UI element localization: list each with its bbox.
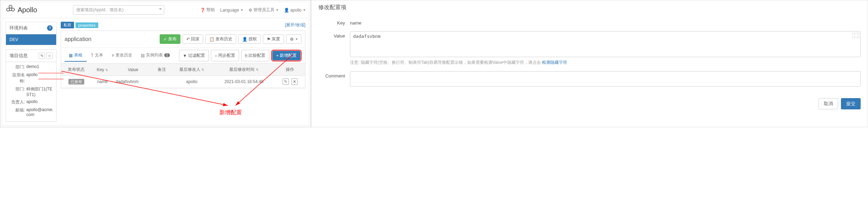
rollback-button[interactable]: ↶回滚 bbox=[183, 34, 203, 44]
modal-title: 修改配置项 bbox=[318, 4, 861, 11]
info-icon[interactable]: ? bbox=[47, 25, 53, 31]
question-icon: ❓ bbox=[200, 8, 205, 13]
list-icon: ≡ bbox=[112, 53, 114, 58]
project-info-panel: 项目信息 ✎ ☆ 部门:demo1 应用名称:apollo 部门:样例部门1(T… bbox=[6, 49, 57, 122]
gear-icon: ⚙ bbox=[249, 8, 252, 13]
sort-icon: ⇅ bbox=[256, 68, 259, 72]
logo-text: Apollo bbox=[18, 6, 37, 14]
tab-instances[interactable]: ▤实例列表1 bbox=[137, 49, 174, 62]
apollo-logo-icon bbox=[6, 4, 15, 16]
highlight-annotation: +新增配置 bbox=[271, 50, 302, 61]
compare-button[interactable]: ⎘比较配置 bbox=[241, 50, 269, 61]
badge-private: 私有 bbox=[61, 22, 74, 28]
config-table: 发布状态 Key ⇅ Value 备注 最后修改人 ⇅ 最后修改时间 ⇅ 操作 bbox=[61, 64, 305, 88]
server-icon: ▤ bbox=[141, 53, 145, 58]
logo[interactable]: Apollo bbox=[6, 4, 37, 16]
gray-button[interactable]: ⚑灰度 bbox=[263, 34, 284, 44]
plus-icon: + bbox=[276, 53, 279, 58]
value-label: Value bbox=[318, 31, 350, 39]
undo-icon: ↶ bbox=[186, 37, 190, 42]
col-ops: 操作 bbox=[275, 64, 305, 76]
project-info-title: 项目信息 bbox=[9, 53, 28, 59]
delete-row-icon[interactable]: ✕ bbox=[291, 79, 298, 85]
comment-textarea[interactable] bbox=[350, 71, 861, 87]
user-icon: 👤 bbox=[284, 8, 289, 13]
filter-icon: ▼ bbox=[183, 53, 187, 58]
user-menu[interactable]: 👤apollo bbox=[284, 8, 305, 13]
sync-button[interactable]: ○同步配置 bbox=[211, 50, 239, 61]
settings-button[interactable]: ⚙ bbox=[286, 34, 302, 44]
filter-button[interactable]: ▼过滤配置 bbox=[179, 50, 209, 61]
history-button[interactable]: 📋发布历史 bbox=[205, 34, 236, 44]
sync-icon: ○ bbox=[215, 53, 217, 58]
badge-properties: properties bbox=[75, 22, 98, 28]
tab-text[interactable]: T文本 bbox=[87, 49, 107, 62]
chevron-down-icon bbox=[159, 8, 162, 10]
chevron-down-icon bbox=[241, 9, 243, 11]
chevron-down-icon bbox=[276, 9, 278, 11]
search-input[interactable]: 搜索项目(AppId、项目名) bbox=[73, 5, 164, 15]
history-icon: 📋 bbox=[209, 37, 214, 42]
star-icon[interactable]: ☆ bbox=[46, 53, 53, 59]
language-menu[interactable]: Language bbox=[220, 8, 243, 13]
expand-icon[interactable]: ⛶ bbox=[853, 33, 859, 38]
comment-label: Comment bbox=[318, 71, 350, 79]
table-row: 已发布 name dadafsvbnm apollo 2021-03-01 16… bbox=[61, 76, 305, 88]
env-panel: 环境列表 ? DEV bbox=[6, 22, 57, 45]
sort-icon: ⇅ bbox=[105, 68, 108, 72]
env-item-dev[interactable]: DEV bbox=[6, 34, 56, 45]
admin-tools-menu[interactable]: ⚙管理员工具 bbox=[249, 7, 278, 13]
detect-hidden-link[interactable]: 检测隐藏字符 bbox=[542, 60, 567, 65]
col-status: 发布状态 bbox=[61, 64, 91, 76]
tab-table[interactable]: ▦表格 bbox=[65, 49, 87, 62]
status-badge: 已发布 bbox=[68, 79, 84, 84]
rocket-icon: ✓ bbox=[164, 37, 167, 42]
edit-row-icon[interactable]: ✎ bbox=[283, 79, 289, 85]
gear-icon: ⚙ bbox=[290, 37, 294, 42]
col-modified-time[interactable]: 最后修改时间 ⇅ bbox=[213, 64, 275, 76]
col-value: Value bbox=[114, 64, 153, 76]
auth-button[interactable]: 👤授权 bbox=[238, 34, 261, 44]
chevron-down-icon bbox=[296, 39, 298, 40]
compare-icon: ⎘ bbox=[245, 53, 247, 58]
expand-collapse-link[interactable]: [展开/收缩] bbox=[285, 22, 305, 28]
add-config-button[interactable]: +新增配置 bbox=[272, 51, 300, 60]
col-key[interactable]: Key ⇅ bbox=[91, 64, 113, 76]
col-remark: 备注 bbox=[153, 64, 171, 76]
key-label: Key bbox=[318, 18, 350, 26]
chevron-down-icon bbox=[303, 9, 305, 11]
sort-icon: ⇅ bbox=[201, 68, 204, 72]
help-link[interactable]: ❓帮助 bbox=[200, 7, 215, 13]
value-textarea[interactable] bbox=[350, 31, 861, 57]
tab-change-history[interactable]: ≡更改历史 bbox=[107, 49, 137, 62]
user-icon: 👤 bbox=[242, 37, 247, 42]
hint-text: 注意: 隐藏字符(空格、换行符、制表符Tab)容易导致配置出错，如果需要检测Va… bbox=[350, 60, 861, 66]
cancel-button[interactable]: 取消 bbox=[819, 98, 838, 109]
table-icon: ▦ bbox=[69, 53, 73, 58]
release-button[interactable]: ✓发布 bbox=[160, 34, 180, 44]
top-nav: Apollo 搜索项目(AppId、项目名) ❓帮助 Language ⚙管理员… bbox=[2, 2, 309, 18]
col-modifier[interactable]: 最后修改人 ⇅ bbox=[171, 64, 213, 76]
submit-button[interactable]: 提交 bbox=[841, 98, 861, 109]
edit-icon[interactable]: ✎ bbox=[39, 53, 45, 59]
flag-icon: ⚑ bbox=[267, 37, 271, 42]
namespace-title: application bbox=[65, 36, 92, 42]
key-value: name bbox=[350, 18, 861, 26]
text-icon: T bbox=[91, 53, 93, 58]
env-panel-title: 环境列表 bbox=[9, 25, 28, 31]
